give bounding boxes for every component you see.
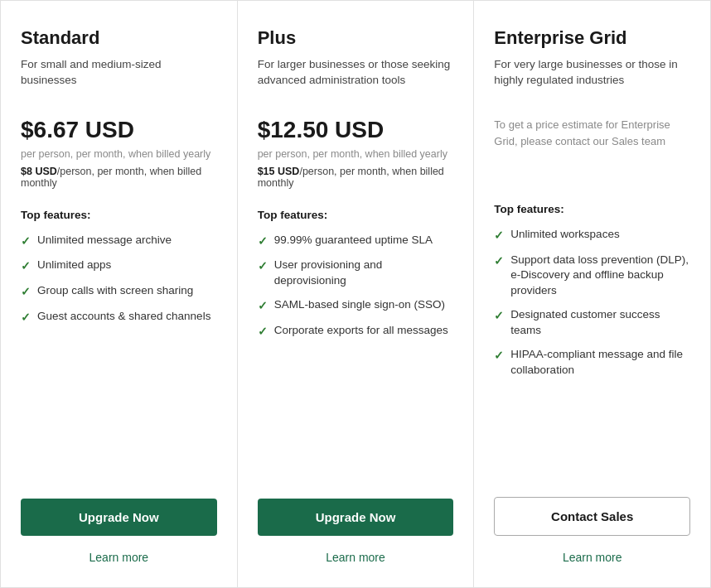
check-icon: ✓ [21, 258, 31, 275]
plan-card-standard: StandardFor small and medium-sized busin… [1, 1, 238, 587]
feature-text: Unlimited message archive [37, 233, 172, 248]
check-icon: ✓ [258, 234, 268, 250]
feature-text: Group calls with screen sharing [37, 283, 193, 299]
check-icon: ✓ [258, 258, 268, 275]
plan-price-standard: $6.67 USD [21, 117, 217, 143]
feature-text: User provisioning and deprovisioning [274, 258, 454, 289]
feature-item: ✓Unlimited apps [21, 258, 217, 275]
spacer [494, 387, 690, 477]
learn-more-link-plus[interactable]: Learn more [258, 551, 454, 564]
check-icon: ✓ [494, 228, 504, 244]
feature-item: ✓Corporate exports for all messages [258, 323, 454, 340]
plan-description-enterprise: For very large businesses or those in hi… [494, 57, 690, 97]
plan-title-enterprise: Enterprise Grid [494, 27, 690, 49]
feature-text: Guest accounts & shared channels [37, 309, 210, 325]
learn-more-link-standard[interactable]: Learn more [21, 551, 217, 564]
feature-text: Designated customer success teams [510, 307, 690, 339]
feature-text: Support data loss prevention (DLP), e-Di… [510, 253, 690, 300]
plan-price-monthly-standard: $8 USD/person, per month, when billed mo… [21, 166, 217, 189]
features-label-enterprise: Top features: [494, 203, 690, 215]
check-icon: ✓ [494, 348, 504, 364]
check-icon: ✓ [21, 310, 31, 326]
check-icon: ✓ [258, 298, 268, 315]
upgrade-button-plus[interactable]: Upgrade Now [258, 499, 454, 536]
learn-more-link-enterprise[interactable]: Learn more [494, 551, 690, 564]
feature-item: ✓Group calls with screen sharing [21, 283, 217, 301]
plan-price-subtitle-standard: per person, per month, when billed yearl… [21, 147, 217, 162]
features-label-plus: Top features: [258, 209, 454, 221]
plan-title-standard: Standard [21, 27, 217, 49]
plan-title-plus: Plus [258, 27, 454, 49]
plan-description-plus: For larger businesses or those seeking a… [258, 57, 454, 97]
feature-item: ✓HIPAA-compliant message and file collab… [494, 347, 690, 378]
spacer [21, 355, 217, 479]
plan-description-standard: For small and medium-sized businesses [21, 57, 217, 97]
check-icon: ✓ [494, 308, 504, 325]
contact-button-enterprise[interactable]: Contact Sales [494, 497, 690, 536]
feature-item: ✓User provisioning and deprovisioning [258, 258, 454, 289]
plan-price-monthly-plus: $15 USD/person, per month, when billed m… [258, 166, 454, 189]
check-icon: ✓ [258, 324, 268, 340]
upgrade-button-standard[interactable]: Upgrade Now [21, 499, 217, 536]
pricing-container: StandardFor small and medium-sized busin… [0, 0, 711, 588]
feature-item: ✓Designated customer success teams [494, 307, 690, 339]
feature-text: 99.99% guaranteed uptime SLA [274, 233, 433, 248]
features-list-enterprise: ✓Unlimited workspaces✓Support data loss … [494, 227, 690, 387]
feature-text: HIPAA-compliant message and file collabo… [510, 347, 690, 378]
feature-item: ✓Unlimited workspaces [494, 227, 690, 244]
check-icon: ✓ [21, 234, 31, 250]
feature-item: ✓Guest accounts & shared channels [21, 309, 217, 326]
feature-item: ✓99.99% guaranteed uptime SLA [258, 233, 454, 250]
spacer [258, 355, 454, 479]
check-icon: ✓ [494, 253, 504, 270]
plan-card-plus: PlusFor larger businesses or those seeki… [238, 1, 475, 587]
feature-text: Corporate exports for all messages [274, 323, 448, 339]
feature-text: Unlimited workspaces [510, 227, 619, 243]
features-list-standard: ✓Unlimited message archive✓Unlimited app… [21, 233, 217, 356]
feature-item: ✓SAML-based single sign-on (SSO) [258, 297, 454, 315]
check-icon: ✓ [21, 284, 31, 301]
features-label-standard: Top features: [21, 209, 217, 221]
feature-item: ✓Unlimited message archive [21, 233, 217, 250]
plan-price-plus: $12.50 USD [258, 117, 454, 143]
feature-item: ✓Support data loss prevention (DLP), e-D… [494, 253, 690, 300]
feature-text: Unlimited apps [37, 258, 111, 273]
feature-text: SAML-based single sign-on (SSO) [274, 297, 445, 313]
features-list-plus: ✓99.99% guaranteed uptime SLA✓User provi… [258, 233, 454, 356]
plan-price-subtitle-plus: per person, per month, when billed yearl… [258, 147, 454, 162]
plan-enterprise-contact-enterprise: To get a price estimate for Enterprise G… [494, 117, 690, 183]
plan-card-enterprise: Enterprise GridFor very large businesses… [474, 1, 710, 587]
